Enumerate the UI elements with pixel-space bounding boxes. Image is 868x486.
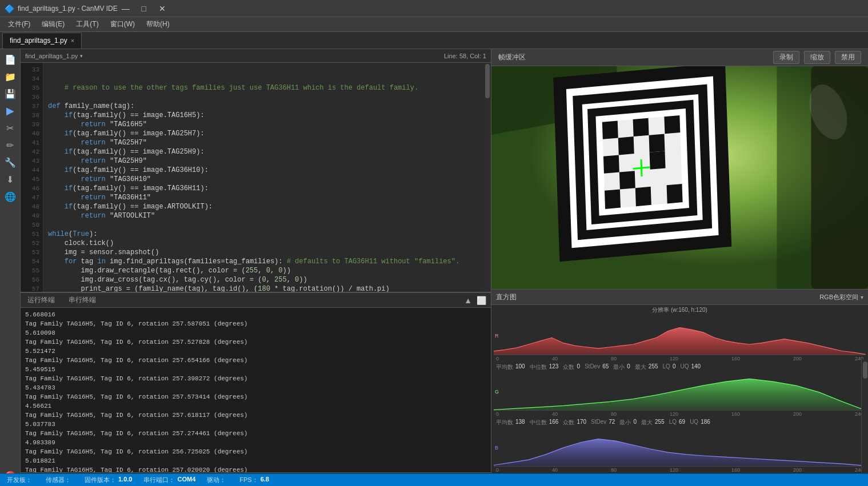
menu-item-E[interactable]: 编辑(E) xyxy=(36,18,70,30)
blue-histogram: B xyxy=(494,429,866,467)
menu-item-H[interactable]: 帮助(H) xyxy=(141,18,175,30)
camera-title: 帧缓冲区 xyxy=(498,53,526,62)
close-button[interactable]: ✕ xyxy=(154,2,170,15)
code-line: return "TAG36H10" xyxy=(48,175,479,184)
svg-rect-10 xyxy=(602,121,618,139)
menu-item-T[interactable]: 工具(T) xyxy=(70,18,104,30)
code-line: if(tag.family() == image.TAG16H5): xyxy=(48,111,479,120)
terminal-line: 5.434783 xyxy=(25,383,486,392)
line-number-53: 53 xyxy=(21,248,39,257)
tab-close[interactable]: × xyxy=(71,37,74,44)
blue-label: B xyxy=(495,445,498,451)
camera-canvas xyxy=(491,66,868,289)
red-label: R xyxy=(495,333,499,339)
code-line: if(tag.family() == image.TAG36H10): xyxy=(48,166,479,175)
file-label: find_apriltags_1.py ▾ xyxy=(25,53,83,59)
serial-terminal-tab[interactable]: 串行终端 xyxy=(66,294,98,306)
run-terminal-tab[interactable]: 运行终端 xyxy=(25,294,57,306)
code-line xyxy=(48,220,479,230)
tab-label: find_apriltags_1.py xyxy=(10,37,67,45)
line-number-35: 35 xyxy=(21,83,39,93)
code-line: # reason to use the other tags families … xyxy=(48,83,479,93)
line-number-36: 36 xyxy=(21,93,39,102)
menu-item-W[interactable]: 窗口(W) xyxy=(105,18,141,30)
hist-resolution: 分辨率 (w:160, h:120) xyxy=(491,305,868,315)
line-number-57: 57 xyxy=(21,284,39,292)
line-number-33: 33 xyxy=(21,65,39,74)
hist-dropdown-arrow[interactable]: ▾ xyxy=(861,294,863,300)
fps-status: FPS： 6.8 xyxy=(239,476,269,484)
line-number-49: 49 xyxy=(21,211,39,220)
terminal-line: Tag Family TAG16H5, Tag ID 6, rotation 2… xyxy=(25,465,486,472)
bottom-panel: 运行终端 串行终端 ▲ ⬜ 5.668016Tag Family TAG16H5… xyxy=(21,292,491,486)
sidebar-run[interactable]: ▶ xyxy=(2,103,19,119)
maximize-button[interactable]: □ xyxy=(136,2,152,15)
firmware-val: 1.0.0 xyxy=(118,476,132,484)
terminal-line: Tag Family TAG16H5, Tag ID 6, rotation 2… xyxy=(25,338,486,347)
code-line: if(tag.family() == image.ARTOOLKIT): xyxy=(48,202,479,211)
active-tab[interactable]: find_apriltags_1.py × xyxy=(2,33,82,49)
minimize-button[interactable]: — xyxy=(118,2,134,15)
code-line: def family_name(tag): xyxy=(48,102,479,111)
code-line: return "TAG36H11" xyxy=(48,193,479,202)
sidebar-tools[interactable]: 🔧 xyxy=(2,154,19,170)
terminal-line: 5.037783 xyxy=(25,420,486,429)
line-number-56: 56 xyxy=(21,275,39,284)
firmware-label: 固件版本： xyxy=(85,476,116,484)
code-line: img.draw_rectangle(tag.rect(), color = (… xyxy=(48,266,479,275)
sidebar-edit[interactable]: ✏ xyxy=(2,137,19,153)
main-area: 📄 📁 💾 ▶ ✂ ✏ 🔧 ⬇ 🌐 ⛔ find_apriltags_1.py … xyxy=(0,49,868,486)
tabbar: find_apriltags_1.py × xyxy=(0,32,868,49)
terminal-line: Tag Family TAG16H5, Tag ID 6, rotation 2… xyxy=(25,411,486,420)
blue-axis: 04080120160200240 xyxy=(494,467,866,473)
editor-header: find_apriltags_1.py ▾ Line: 58, Col: 1 xyxy=(21,49,491,63)
green-histogram: G xyxy=(494,373,866,411)
sensor-label: 传感器： xyxy=(46,476,71,484)
disable-button[interactable]: 禁用 xyxy=(835,51,861,64)
red-axis: 04080120160200240 xyxy=(494,355,866,362)
blue-hist-svg xyxy=(494,429,866,466)
hist-scrollbar[interactable] xyxy=(861,359,868,473)
green-channel: G 040801 xyxy=(494,373,866,428)
hist-header: 直方图 RGB色彩空间 ▾ xyxy=(491,289,868,305)
code-line: for tag in img.find_apriltags(families=t… xyxy=(48,257,479,266)
sensor-status: 传感器： xyxy=(46,476,73,484)
right-panel: 帧缓冲区 录制 缩放 禁用 xyxy=(491,49,868,486)
line-number-39: 39 xyxy=(21,120,39,129)
bottom-arrow-up[interactable]: ▲ xyxy=(464,296,472,305)
line-number-52: 52 xyxy=(21,239,39,248)
line-number-45: 45 xyxy=(21,175,39,184)
line-number-40: 40 xyxy=(21,129,39,138)
svg-rect-17 xyxy=(619,171,635,189)
zoom-button[interactable]: 缩放 xyxy=(804,51,830,64)
record-button[interactable]: 录制 xyxy=(773,51,799,64)
terminal-output[interactable]: 5.668016Tag Family TAG16H5, Tag ID 6, ro… xyxy=(21,308,491,472)
sidebar-folder[interactable]: 📁 xyxy=(2,69,19,85)
window-controls: — □ ✕ xyxy=(118,2,170,15)
line-number-51: 51 xyxy=(21,230,39,239)
hist-dropdown-label: RGB色彩空间 xyxy=(819,293,858,302)
line-number-46: 46 xyxy=(21,184,39,193)
bottom-icons: ▲ ⬜ xyxy=(464,296,486,305)
code-line: return "TAG16H5" xyxy=(48,120,479,129)
red-histogram: R xyxy=(494,318,866,355)
sidebar-download[interactable]: ⬇ xyxy=(2,171,19,187)
sidebar-save[interactable]: 💾 xyxy=(2,86,19,102)
dropdown-arrow[interactable]: ▾ xyxy=(80,53,83,59)
menu-item-F[interactable]: 文件(F) xyxy=(2,18,36,30)
terminal-line: Tag Family TAG16H5, Tag ID 6, rotation 2… xyxy=(25,374,486,383)
line-number-44: 44 xyxy=(21,166,39,175)
sidebar-new-file[interactable]: 📄 xyxy=(2,51,19,67)
terminal-line: 4.56621 xyxy=(25,401,486,411)
bottom-maximize[interactable]: ⬜ xyxy=(477,296,486,305)
code-area[interactable]: # reason to use the other tags families … xyxy=(43,63,484,292)
terminal-line: 5.610098 xyxy=(25,328,486,338)
svg-rect-15 xyxy=(603,155,619,173)
line-number-54: 54 xyxy=(21,257,39,266)
code-editor[interactable]: 3334353637383940414243444546474849505152… xyxy=(21,63,491,292)
sidebar-globe[interactable]: 🌐 xyxy=(2,188,19,204)
editor-scrollbar[interactable] xyxy=(484,63,491,292)
line-numbers: 3334353637383940414243444546474849505152… xyxy=(21,63,43,292)
sidebar-cut[interactable]: ✂ xyxy=(2,120,19,136)
svg-rect-13 xyxy=(618,136,634,155)
